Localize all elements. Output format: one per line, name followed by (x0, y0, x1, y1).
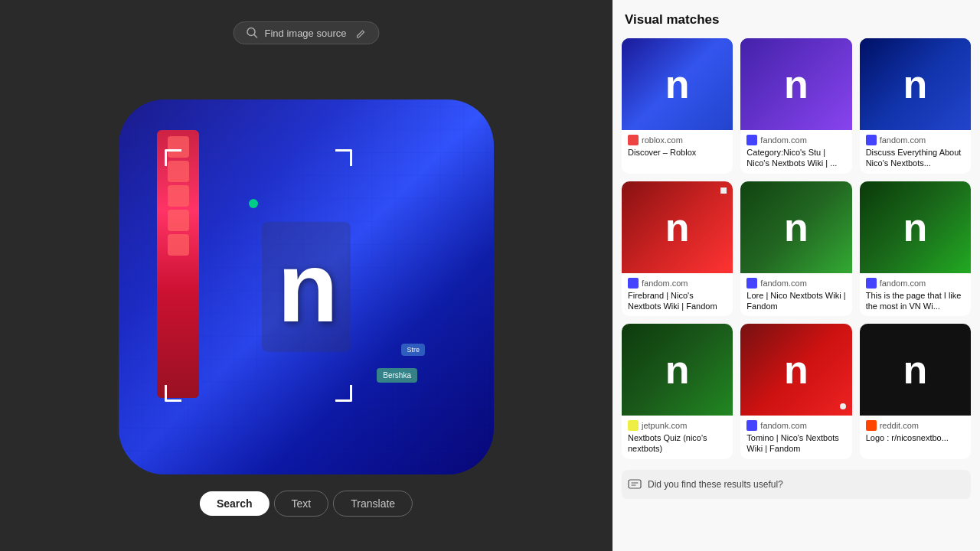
match-card-5[interactable]: n fandom.com Lore | Nico Nextbots Wiki |… (740, 181, 851, 317)
search-button[interactable]: Search (200, 491, 270, 516)
match-source-7: jetpunk.com Nextbots Quiz (nico's nextbo… (622, 416, 733, 459)
selection-corner-tr (335, 149, 352, 166)
feedback-icon (628, 478, 642, 491)
left-panel: Find image source Bershka Stre n (0, 0, 612, 551)
match-card-4[interactable]: n fandom.com Firebrand | Nico's Nextbots… (622, 181, 733, 317)
thumb-letter-5: n (784, 204, 808, 250)
match-card-9[interactable]: n reddit.com Logo : r/nicosnextbo... (860, 324, 971, 459)
match-thumb-5: n (740, 181, 851, 273)
lens-icon (247, 27, 259, 39)
match-source-4: fandom.com Firebrand | Nico's Nextbots W… (622, 273, 733, 317)
favicon-2 (746, 135, 757, 145)
selection-corner-br (335, 385, 352, 402)
svg-line-1 (254, 35, 257, 38)
translate-button[interactable]: Translate (333, 491, 413, 517)
match-thumb-4: n (622, 181, 733, 273)
find-image-source-label: Find image source (265, 28, 347, 39)
selection-corner-bl (165, 385, 181, 402)
thumb-letter-8: n (784, 347, 808, 393)
match-thumb-3: n (860, 38, 971, 130)
image-container: Bershka Stre n (119, 99, 494, 474)
favicon-3 (866, 135, 877, 145)
match-card-6[interactable]: n fandom.com This is the page that I lik… (860, 181, 971, 317)
thumb-letter-4: n (665, 204, 690, 250)
match-source-9: reddit.com Logo : r/nicosnextbo... (860, 416, 971, 448)
match-source-5: fandom.com Lore | Nico Nextbots Wiki | F… (740, 273, 851, 317)
match-source-3: fandom.com Discuss Everything About Nico… (860, 130, 971, 174)
favicon-9 (866, 420, 877, 431)
edit-icon (355, 28, 366, 38)
visual-matches-title: Visual matches (622, 12, 971, 28)
thumb-letter-9: n (903, 347, 927, 393)
match-thumb-6: n (860, 181, 971, 273)
side-panel-detail (157, 130, 199, 398)
image-sign2: Stre (401, 344, 425, 356)
favicon-7 (628, 420, 639, 431)
green-dot-indicator (249, 199, 258, 208)
side-dot (168, 210, 189, 231)
match-thumb-7: n (622, 324, 733, 416)
favicon-6 (866, 278, 877, 289)
thumb-letter-2: n (784, 61, 808, 107)
favicon-4 (628, 278, 639, 289)
match-thumb-2: n (740, 38, 851, 130)
matches-grid: n roblox.com Discover – Roblox n fandom.… (622, 38, 971, 459)
thumb-letter-1: n (665, 61, 690, 107)
match-thumb-8: n (740, 324, 851, 416)
image-sign: Bershka (377, 368, 417, 383)
svg-rect-2 (629, 480, 641, 488)
match-thumb-1: n (622, 38, 733, 130)
side-dot (168, 234, 189, 256)
text-button[interactable]: Text (274, 491, 329, 517)
right-panel: Visual matches n roblox.com Discover – R… (612, 0, 980, 551)
favicon-5 (746, 278, 757, 289)
thumb-letter-7: n (665, 347, 690, 393)
favicon-8 (746, 420, 757, 431)
feedback-text: Did you find these results useful? (648, 479, 783, 490)
n-letter: n (262, 222, 350, 352)
match-source-8: fandom.com Tomino | Nico's Nextbots Wiki… (740, 416, 851, 459)
favicon-1 (628, 135, 639, 145)
match-source-2: fandom.com Category:Nico's Stu | Nico's … (740, 130, 851, 174)
match-source-6: fandom.com This is the page that I like … (860, 273, 971, 317)
selection-corner-tl (165, 149, 181, 166)
match-card-7[interactable]: n jetpunk.com Nextbots Quiz (nico's next… (622, 324, 733, 459)
side-dot (168, 185, 189, 207)
bottom-action-buttons: Search Text Translate (200, 491, 413, 517)
match-source-1: roblox.com Discover – Roblox (622, 130, 733, 162)
match-card-3[interactable]: n fandom.com Discuss Everything About Ni… (860, 38, 971, 174)
find-image-source-bar[interactable]: Find image source (234, 21, 380, 44)
match-thumb-9: n (860, 324, 971, 416)
match-card-8[interactable]: n fandom.com Tomino | Nico's Nextbots Wi… (740, 324, 851, 459)
thumb-letter-6: n (903, 204, 927, 250)
thumb-letter-3: n (903, 61, 927, 107)
feedback-row[interactable]: Did you find these results useful? (622, 470, 971, 499)
match-card-1[interactable]: n roblox.com Discover – Roblox (622, 38, 733, 174)
match-card-2[interactable]: n fandom.com Category:Nico's Stu | Nico'… (740, 38, 851, 174)
